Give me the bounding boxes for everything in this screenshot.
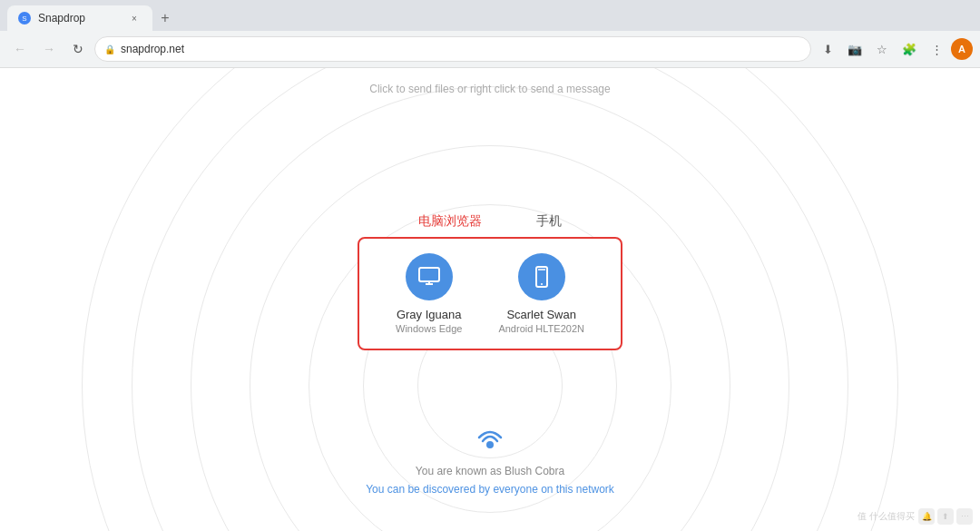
gray-iguana-name: Gray Iguana bbox=[397, 308, 462, 321]
discover-text[interactable]: You can be discovered by everyone on thi… bbox=[366, 483, 614, 496]
address-text: snapdrop.net bbox=[121, 43, 801, 55]
address-bar[interactable]: 🔒 snapdrop.net bbox=[94, 36, 811, 62]
device-scarlet-swan[interactable]: Scarlet Swan Android HLTE202N bbox=[480, 253, 603, 334]
hint-text: Click to send files or right click to se… bbox=[369, 83, 610, 95]
lock-icon: 🔒 bbox=[104, 44, 115, 54]
tab-bar: S Snapdrop × + bbox=[0, 0, 980, 31]
scarlet-swan-icon-circle bbox=[518, 253, 565, 300]
tab-close-button[interactable]: × bbox=[127, 11, 142, 25]
svg-rect-0 bbox=[419, 268, 439, 281]
monitor-icon bbox=[416, 264, 442, 290]
scarlet-swan-name: Scarlet Swan bbox=[506, 308, 576, 321]
phone-icon bbox=[529, 264, 554, 290]
svg-point-4 bbox=[541, 283, 543, 285]
gray-iguana-sub: Windows Edge bbox=[396, 323, 462, 334]
main-content: Click to send files or right click to se… bbox=[0, 68, 980, 531]
extensions-icon[interactable]: 🧩 bbox=[897, 36, 922, 62]
profile-button[interactable]: A bbox=[951, 38, 973, 60]
back-button[interactable]: ← bbox=[7, 36, 33, 62]
known-as-text: You are known as Blush Cobra bbox=[416, 465, 564, 477]
new-tab-button[interactable]: + bbox=[152, 5, 178, 31]
toolbar-actions: ⬇ 📷 ☆ 🧩 ⋮ A bbox=[815, 36, 973, 62]
browser-chrome: S Snapdrop × + ← → ↻ 🔒 snapdrop.net ⬇ 📷 … bbox=[0, 0, 980, 68]
device-gray-iguana[interactable]: Gray Iguana Windows Edge bbox=[377, 253, 480, 334]
categories: 电脑浏览器 手机 bbox=[418, 213, 562, 230]
watermark-icons: 🔔 ⬆ ⋯ bbox=[918, 508, 973, 525]
category-desktop: 电脑浏览器 bbox=[418, 213, 482, 230]
forward-button[interactable]: → bbox=[36, 36, 62, 62]
active-tab[interactable]: S Snapdrop × bbox=[7, 5, 152, 31]
settings-icon[interactable]: ⋮ bbox=[924, 36, 949, 62]
wm-icon-1: 🔔 bbox=[918, 508, 935, 525]
bottom-section: You are known as Blush Cobra You can be … bbox=[366, 419, 614, 496]
watermark-text: 值 什么值得买 bbox=[858, 510, 915, 523]
scarlet-swan-sub: Android HLTE202N bbox=[498, 323, 584, 334]
svg-point-6 bbox=[486, 441, 494, 448]
category-mobile: 手机 bbox=[536, 213, 562, 230]
gray-iguana-icon-circle bbox=[406, 253, 453, 300]
tab-title: Snapdrop bbox=[38, 12, 85, 25]
download-icon[interactable]: ⬇ bbox=[815, 36, 840, 62]
bookmark-icon[interactable]: ☆ bbox=[869, 36, 895, 62]
tab-favicon: S bbox=[18, 12, 31, 25]
watermark: 值 什么值得买 🔔 ⬆ ⋯ bbox=[858, 508, 973, 525]
wm-icon-2: ⬆ bbox=[937, 508, 954, 525]
snapdrop-logo bbox=[470, 419, 510, 459]
wm-icon-3: ⋯ bbox=[956, 508, 973, 525]
devices-container: Gray Iguana Windows Edge Scarlet Swan An… bbox=[358, 237, 622, 350]
toolbar: ← → ↻ 🔒 snapdrop.net ⬇ 📷 ☆ 🧩 ⋮ A bbox=[0, 31, 980, 67]
screenshot-icon[interactable]: 📷 bbox=[842, 36, 867, 62]
refresh-button[interactable]: ↻ bbox=[65, 36, 91, 62]
